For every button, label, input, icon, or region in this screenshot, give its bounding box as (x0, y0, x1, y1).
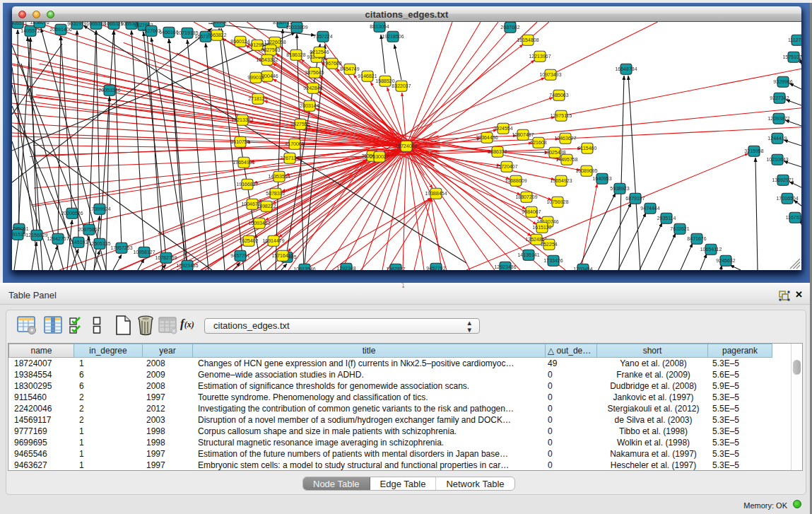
svg-text:9245632: 9245632 (716, 258, 735, 263)
svg-text:10654112: 10654112 (700, 247, 722, 252)
svg-text:999013: 999013 (247, 75, 264, 80)
svg-text:9474444: 9474444 (640, 206, 659, 211)
svg-text:16782759: 16782759 (155, 255, 177, 260)
svg-text:7625402: 7625402 (239, 238, 258, 243)
svg-text:15751074: 15751074 (782, 54, 801, 59)
svg-text:9031979: 9031979 (67, 22, 86, 26)
svg-text:9084067: 9084067 (522, 209, 541, 214)
svg-text:12923485: 12923485 (176, 263, 198, 268)
svg-text:17016504: 17016504 (776, 196, 798, 201)
svg-text:2967608: 2967608 (322, 61, 341, 66)
svg-text:16648784: 16648784 (615, 66, 637, 71)
svg-text:8322037: 8322037 (392, 83, 411, 88)
svg-text:20053346: 20053346 (98, 88, 120, 93)
svg-text:10613546: 10613546 (293, 267, 315, 270)
svg-text:14495758: 14495758 (555, 157, 577, 162)
svg-text:8186328: 8186328 (286, 52, 305, 57)
svg-text:1527603: 1527603 (141, 28, 160, 33)
svg-text:20206526: 20206526 (61, 211, 83, 216)
svg-text:751552: 751552 (211, 22, 227, 24)
svg-text:10807487: 10807487 (512, 132, 534, 137)
svg-text:12213383: 12213383 (231, 117, 253, 122)
svg-text:7663822: 7663822 (207, 33, 226, 37)
svg-text:1292348: 1292348 (336, 266, 355, 270)
svg-text:9146821: 9146821 (358, 74, 377, 78)
svg-text:16093483: 16093483 (248, 221, 270, 226)
svg-text:8471676: 8471676 (687, 236, 706, 241)
svg-text:18724007: 18724007 (395, 144, 417, 148)
svg-text:9327503: 9327503 (261, 47, 280, 52)
svg-text:2935114: 2935114 (657, 216, 676, 221)
svg-text:8813054: 8813054 (370, 24, 389, 29)
svg-text:10756928: 10756928 (546, 199, 568, 204)
svg-text:3267130: 3267130 (280, 156, 299, 160)
svg-text:15716485: 15716485 (271, 253, 293, 258)
svg-text:12213967: 12213967 (529, 54, 551, 59)
svg-text:9427552: 9427552 (290, 122, 310, 127)
svg-text:391513: 391513 (12, 232, 26, 237)
svg-text:19463627: 19463627 (554, 136, 576, 141)
svg-text:3215958: 3215958 (744, 148, 763, 153)
svg-text:1588520: 1588520 (375, 78, 394, 83)
svg-text:16154808: 16154808 (517, 37, 539, 42)
svg-text:1112736: 1112736 (788, 37, 801, 42)
svg-text:1498222: 1498222 (257, 204, 276, 209)
svg-text:7485063: 7485063 (549, 93, 568, 98)
svg-text:14136141: 14136141 (517, 252, 539, 257)
svg-text:2718129: 2718129 (248, 96, 267, 101)
svg-text:1145193: 1145193 (69, 240, 88, 245)
svg-text:10688609: 10688609 (505, 178, 526, 183)
svg-text:17957253: 17957253 (110, 245, 132, 250)
svg-text:14353594: 14353594 (268, 174, 290, 179)
svg-text:1640953: 1640953 (592, 176, 611, 181)
svg-text:1703454: 1703454 (573, 267, 592, 270)
svg-text:20975857: 20975857 (78, 227, 100, 232)
svg-text:16543382: 16543382 (256, 57, 278, 62)
svg-text:8212546: 8212546 (310, 49, 329, 54)
svg-text:2803144: 2803144 (300, 103, 319, 108)
svg-text:20691406: 20691406 (49, 27, 71, 32)
svg-text:10973493: 10973493 (539, 72, 561, 77)
svg-text:17399924: 17399924 (88, 206, 110, 211)
svg-text:3875645: 3875645 (305, 70, 324, 75)
svg-text:20364436: 20364436 (476, 135, 498, 140)
svg-text:9457792: 9457792 (426, 266, 445, 270)
svg-text:10958127: 10958127 (133, 250, 155, 255)
svg-text:252254: 252254 (541, 242, 557, 247)
svg-text:8454749: 8454749 (340, 66, 359, 71)
svg-text:6879197: 6879197 (625, 196, 645, 201)
svg-text:19218506: 19218506 (382, 34, 404, 39)
svg-text:19388454: 19388454 (425, 191, 447, 196)
svg-text:4170061: 4170061 (285, 141, 304, 146)
svg-text:19654985: 19654985 (233, 160, 254, 165)
svg-text:18807209: 18807209 (515, 194, 537, 199)
svg-text:7357224: 7357224 (313, 34, 332, 39)
svg-text:19166827: 19166827 (236, 182, 258, 187)
svg-text:12975115: 12975115 (551, 113, 572, 118)
svg-text:1405572: 1405572 (20, 28, 40, 33)
svg-text:10089695: 10089695 (575, 168, 597, 173)
svg-text:1733426: 1733426 (543, 258, 563, 263)
svg-text:9115460: 9115460 (578, 146, 597, 151)
svg-text:7632621: 7632621 (670, 226, 689, 231)
svg-text:12156829: 12156829 (25, 233, 47, 238)
svg-text:9329966: 9329966 (773, 79, 792, 84)
svg-text:621608: 621608 (530, 140, 546, 145)
svg-text:1615132: 1615132 (532, 225, 551, 230)
svg-text:3024554: 3024554 (493, 126, 512, 131)
svg-text:1610755: 1610755 (230, 139, 249, 144)
svg-text:16914479: 16914479 (262, 238, 284, 243)
svg-text:19654923: 19654923 (550, 178, 572, 183)
svg-text:12505135: 12505135 (88, 241, 110, 246)
svg-text:9457791: 9457791 (230, 253, 249, 258)
svg-text:2687682: 2687682 (500, 25, 519, 30)
svg-text:9227342: 9227342 (770, 95, 789, 100)
svg-text:13226058: 13226058 (264, 40, 286, 45)
svg-text:2530027: 2530027 (370, 154, 389, 159)
svg-text:12923486: 12923486 (494, 264, 516, 269)
svg-text:2405571: 2405571 (12, 22, 28, 25)
svg-text:1858676: 1858676 (30, 22, 49, 25)
svg-text:5938923: 5938923 (610, 186, 629, 191)
svg-text:10210643: 10210643 (766, 157, 788, 162)
svg-text:16033809: 16033809 (286, 25, 307, 30)
